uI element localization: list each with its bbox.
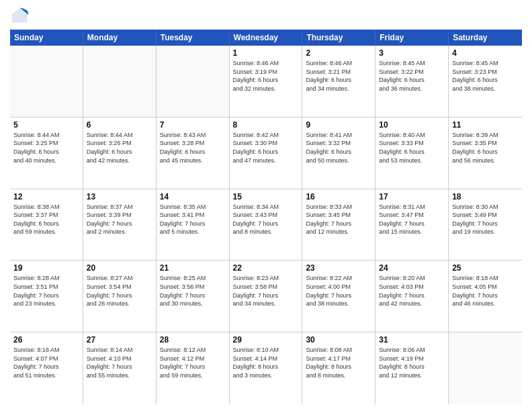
- weekday-header-saturday: Saturday: [449, 30, 522, 46]
- weekday-header-sunday: Sunday: [10, 30, 83, 46]
- calendar-cell: 16Sunrise: 8:33 AM Sunset: 3:45 PM Dayli…: [302, 189, 375, 261]
- cell-daylight-info: Sunrise: 8:38 AM Sunset: 3:37 PM Dayligh…: [13, 203, 79, 236]
- weekday-header-tuesday: Tuesday: [157, 30, 230, 46]
- weekday-header-friday: Friday: [375, 30, 449, 46]
- cell-daylight-info: Sunrise: 8:44 AM Sunset: 3:26 PM Dayligh…: [87, 131, 152, 165]
- cell-day-number: 23: [306, 263, 371, 273]
- calendar-cell: 10Sunrise: 8:40 AM Sunset: 3:33 PM Dayli…: [375, 118, 449, 189]
- cell-day-number: 11: [452, 120, 519, 130]
- cell-day-number: 14: [160, 192, 226, 201]
- calendar: SundayMondayTuesdayWednesdayThursdayFrid…: [10, 30, 522, 404]
- weekday-header-monday: Monday: [83, 30, 157, 46]
- cell-daylight-info: Sunrise: 8:20 AM Sunset: 4:03 PM Dayligh…: [379, 274, 445, 308]
- cell-day-number: 7: [160, 120, 226, 130]
- cell-daylight-info: Sunrise: 8:43 AM Sunset: 3:28 PM Dayligh…: [160, 131, 226, 165]
- calendar-cell: 29Sunrise: 8:10 AM Sunset: 4:14 PM Dayli…: [230, 332, 303, 404]
- cell-day-number: 29: [233, 335, 299, 345]
- calendar-cell: 15Sunrise: 8:34 AM Sunset: 3:43 PM Dayli…: [230, 189, 303, 261]
- logo-icon: [10, 7, 29, 26]
- cell-day-number: 8: [233, 120, 299, 130]
- cell-day-number: 31: [379, 335, 445, 345]
- calendar-cell: 14Sunrise: 8:35 AM Sunset: 3:41 PM Dayli…: [157, 189, 230, 261]
- cell-day-number: 5: [13, 120, 79, 130]
- cell-day-number: 30: [306, 335, 371, 345]
- calendar-cell: 25Sunrise: 8:18 AM Sunset: 4:05 PM Dayli…: [449, 261, 522, 332]
- calendar-row-3: 12Sunrise: 8:38 AM Sunset: 3:37 PM Dayli…: [10, 189, 522, 261]
- calendar-row-5: 26Sunrise: 8:16 AM Sunset: 4:07 PM Dayli…: [10, 332, 522, 404]
- cell-day-number: 21: [160, 263, 226, 273]
- cell-daylight-info: Sunrise: 8:16 AM Sunset: 4:07 PM Dayligh…: [13, 346, 79, 379]
- page-header: [10, 7, 522, 26]
- calendar-cell: 28Sunrise: 8:12 AM Sunset: 4:12 PM Dayli…: [157, 332, 230, 404]
- cell-day-number: 25: [452, 263, 519, 273]
- weekday-header-thursday: Thursday: [302, 30, 375, 46]
- cell-day-number: 6: [87, 120, 152, 130]
- calendar-body: 1Sunrise: 8:46 AM Sunset: 3:19 PM Daylig…: [10, 46, 522, 404]
- cell-day-number: 27: [87, 335, 152, 345]
- weekday-header-wednesday: Wednesday: [230, 30, 303, 46]
- cell-daylight-info: Sunrise: 8:41 AM Sunset: 3:32 PM Dayligh…: [306, 131, 371, 165]
- cell-daylight-info: Sunrise: 8:33 AM Sunset: 3:45 PM Dayligh…: [306, 203, 371, 236]
- cell-day-number: 13: [87, 192, 152, 201]
- cell-day-number: 2: [306, 48, 371, 58]
- calendar-cell: 1Sunrise: 8:46 AM Sunset: 3:19 PM Daylig…: [230, 46, 303, 117]
- cell-daylight-info: Sunrise: 8:45 AM Sunset: 3:22 PM Dayligh…: [379, 59, 445, 93]
- calendar-cell: 4Sunrise: 8:45 AM Sunset: 3:23 PM Daylig…: [449, 46, 522, 117]
- cell-day-number: 24: [379, 263, 445, 273]
- calendar-cell: 17Sunrise: 8:31 AM Sunset: 3:47 PM Dayli…: [375, 189, 449, 261]
- cell-daylight-info: Sunrise: 8:35 AM Sunset: 3:41 PM Dayligh…: [160, 203, 226, 236]
- calendar-cell: 27Sunrise: 8:14 AM Sunset: 4:10 PM Dayli…: [83, 332, 157, 404]
- calendar-cell: 22Sunrise: 8:23 AM Sunset: 3:58 PM Dayli…: [230, 261, 303, 332]
- calendar-cell: 30Sunrise: 8:08 AM Sunset: 4:17 PM Dayli…: [302, 332, 375, 404]
- cell-daylight-info: Sunrise: 8:08 AM Sunset: 4:17 PM Dayligh…: [306, 346, 371, 379]
- calendar-cell: 20Sunrise: 8:27 AM Sunset: 3:54 PM Dayli…: [83, 261, 157, 332]
- cell-daylight-info: Sunrise: 8:40 AM Sunset: 3:33 PM Dayligh…: [379, 131, 445, 165]
- cell-daylight-info: Sunrise: 8:10 AM Sunset: 4:14 PM Dayligh…: [233, 346, 299, 379]
- cell-day-number: 28: [160, 335, 226, 345]
- cell-daylight-info: Sunrise: 8:18 AM Sunset: 4:05 PM Dayligh…: [452, 274, 519, 308]
- calendar-cell: [10, 46, 83, 117]
- calendar-cell: 12Sunrise: 8:38 AM Sunset: 3:37 PM Dayli…: [10, 189, 83, 261]
- cell-daylight-info: Sunrise: 8:46 AM Sunset: 3:19 PM Dayligh…: [233, 59, 299, 93]
- cell-day-number: 4: [452, 48, 519, 58]
- cell-daylight-info: Sunrise: 8:46 AM Sunset: 3:21 PM Dayligh…: [306, 59, 371, 93]
- calendar-cell: 21Sunrise: 8:25 AM Sunset: 3:56 PM Dayli…: [157, 261, 230, 332]
- calendar-cell: 3Sunrise: 8:45 AM Sunset: 3:22 PM Daylig…: [375, 46, 449, 117]
- cell-day-number: 17: [379, 192, 445, 201]
- cell-day-number: 16: [306, 192, 371, 201]
- calendar-row-1: 1Sunrise: 8:46 AM Sunset: 3:19 PM Daylig…: [10, 46, 522, 118]
- cell-day-number: 22: [233, 263, 299, 273]
- logo: [10, 7, 32, 26]
- calendar-cell: 2Sunrise: 8:46 AM Sunset: 3:21 PM Daylig…: [302, 46, 375, 117]
- cell-day-number: 15: [233, 192, 299, 201]
- cell-daylight-info: Sunrise: 8:22 AM Sunset: 4:00 PM Dayligh…: [306, 274, 371, 308]
- cell-daylight-info: Sunrise: 8:27 AM Sunset: 3:54 PM Dayligh…: [87, 274, 152, 308]
- calendar-cell: 9Sunrise: 8:41 AM Sunset: 3:32 PM Daylig…: [302, 118, 375, 189]
- cell-daylight-info: Sunrise: 8:12 AM Sunset: 4:12 PM Dayligh…: [160, 346, 226, 379]
- calendar-cell: 8Sunrise: 8:42 AM Sunset: 3:30 PM Daylig…: [230, 118, 303, 189]
- calendar-cell: 18Sunrise: 8:30 AM Sunset: 3:49 PM Dayli…: [449, 189, 522, 261]
- cell-daylight-info: Sunrise: 8:39 AM Sunset: 3:35 PM Dayligh…: [452, 131, 519, 165]
- cell-daylight-info: Sunrise: 8:28 AM Sunset: 3:51 PM Dayligh…: [13, 274, 79, 308]
- cell-daylight-info: Sunrise: 8:45 AM Sunset: 3:23 PM Dayligh…: [452, 59, 519, 93]
- calendar-cell: [83, 46, 157, 117]
- cell-daylight-info: Sunrise: 8:30 AM Sunset: 3:49 PM Dayligh…: [452, 203, 519, 236]
- cell-day-number: 12: [13, 192, 79, 201]
- cell-daylight-info: Sunrise: 8:34 AM Sunset: 3:43 PM Dayligh…: [233, 203, 299, 236]
- cell-day-number: 1: [233, 48, 299, 58]
- calendar-header: SundayMondayTuesdayWednesdayThursdayFrid…: [10, 30, 522, 46]
- cell-daylight-info: Sunrise: 8:37 AM Sunset: 3:39 PM Dayligh…: [87, 203, 152, 236]
- calendar-cell: 13Sunrise: 8:37 AM Sunset: 3:39 PM Dayli…: [83, 189, 157, 261]
- cell-daylight-info: Sunrise: 8:25 AM Sunset: 3:56 PM Dayligh…: [160, 274, 226, 308]
- cell-daylight-info: Sunrise: 8:31 AM Sunset: 3:47 PM Dayligh…: [379, 203, 445, 236]
- cell-daylight-info: Sunrise: 8:23 AM Sunset: 3:58 PM Dayligh…: [233, 274, 299, 308]
- calendar-cell: 11Sunrise: 8:39 AM Sunset: 3:35 PM Dayli…: [449, 118, 522, 189]
- calendar-row-2: 5Sunrise: 8:44 AM Sunset: 3:25 PM Daylig…: [10, 118, 522, 189]
- calendar-cell: 19Sunrise: 8:28 AM Sunset: 3:51 PM Dayli…: [10, 261, 83, 332]
- cell-day-number: 9: [306, 120, 371, 130]
- calendar-cell: 26Sunrise: 8:16 AM Sunset: 4:07 PM Dayli…: [10, 332, 83, 404]
- calendar-cell: 31Sunrise: 8:06 AM Sunset: 4:19 PM Dayli…: [375, 332, 449, 404]
- cell-day-number: 26: [13, 335, 79, 345]
- cell-day-number: 19: [13, 263, 79, 273]
- calendar-cell: 24Sunrise: 8:20 AM Sunset: 4:03 PM Dayli…: [375, 261, 449, 332]
